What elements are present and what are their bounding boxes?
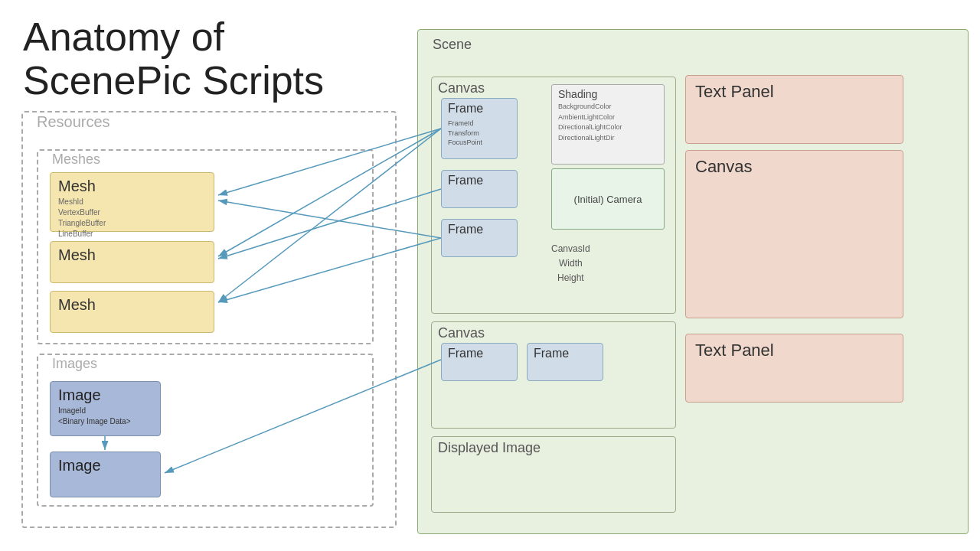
title-line1: Anatomy of [23, 15, 324, 59]
frame-box-3: Frame [441, 219, 518, 257]
resources-label: Resources [37, 113, 110, 131]
mesh-item-1: Mesh MeshIdVertexBufferTriangleBufferLin… [50, 172, 214, 232]
shading-box: Shading BackgroundColorAmbientLightColor… [551, 84, 665, 165]
frame-props-1: FrameIdTransformFocusPoint [442, 119, 517, 151]
canvas-right-title: Canvas [686, 151, 903, 183]
camera-label: (Initial) Camera [574, 194, 642, 205]
canvas-label-2: Canvas [432, 322, 675, 344]
scene-label: Scene [433, 37, 472, 53]
image-title-2: Image [51, 452, 160, 476]
frame-box-4: Frame [441, 343, 518, 381]
camera-box: (Initial) Camera [551, 168, 665, 230]
mesh-item-2: Mesh [50, 241, 214, 283]
main-title: Anatomy of ScenePic Scripts [23, 15, 324, 103]
image-item-2: Image [50, 452, 161, 497]
mesh-title-1: Mesh [51, 173, 214, 197]
meshes-label: Meshes [52, 152, 100, 168]
mesh-title-2: Mesh [51, 242, 214, 266]
text-panel-1: Text Panel [685, 75, 903, 144]
frame-box-2: Frame [441, 170, 518, 208]
frame-title-5: Frame [528, 344, 603, 364]
text-panel-3: Text Panel [685, 334, 903, 403]
image-title-1: Image [51, 382, 160, 406]
image-item-1: Image ImageId<Binary Image Data> [50, 381, 161, 436]
text-panel-title-1: Text Panel [686, 76, 903, 108]
mesh-title-3: Mesh [51, 292, 214, 315]
mesh-item-3: Mesh [50, 291, 214, 333]
canvas-right-panel: Canvas [685, 150, 903, 318]
frame-title-4: Frame [442, 344, 517, 364]
title-line2: ScenePic Scripts [23, 59, 324, 103]
displayed-image-label: Displayed Image [432, 437, 675, 459]
images-label: Images [52, 356, 97, 372]
shading-props: BackgroundColorAmbientLightColorDirectio… [552, 102, 664, 143]
frame-box-5: Frame [527, 343, 603, 381]
frame-title-3: Frame [442, 220, 517, 240]
frame-title-2: Frame [442, 171, 517, 191]
frame-box-1: Frame FrameIdTransformFocusPoint [441, 98, 518, 159]
displayed-image-box: Displayed Image [431, 436, 676, 513]
image-props-1: ImageId<Binary Image Data> [51, 406, 160, 432]
text-panel-title-3: Text Panel [686, 334, 903, 367]
canvas-props: CanvasIdWidthHeight [551, 242, 590, 286]
frame-title-1: Frame [442, 99, 517, 119]
shading-title: Shading [552, 85, 664, 102]
